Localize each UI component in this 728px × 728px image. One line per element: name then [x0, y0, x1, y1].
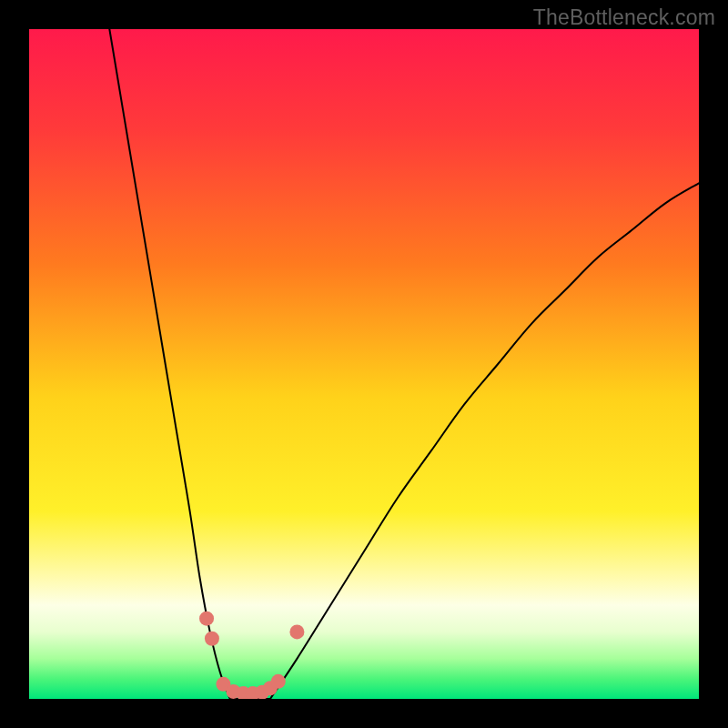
watermark-text: TheBottleneck.com	[533, 5, 715, 30]
plot-background	[29, 29, 699, 699]
data-marker-1	[205, 632, 219, 646]
bottleneck-chart	[29, 29, 699, 699]
chart-frame: TheBottleneck.com	[0, 0, 728, 728]
data-marker-0	[199, 612, 214, 626]
data-marker-8	[271, 674, 286, 689]
data-marker-9	[289, 624, 304, 639]
